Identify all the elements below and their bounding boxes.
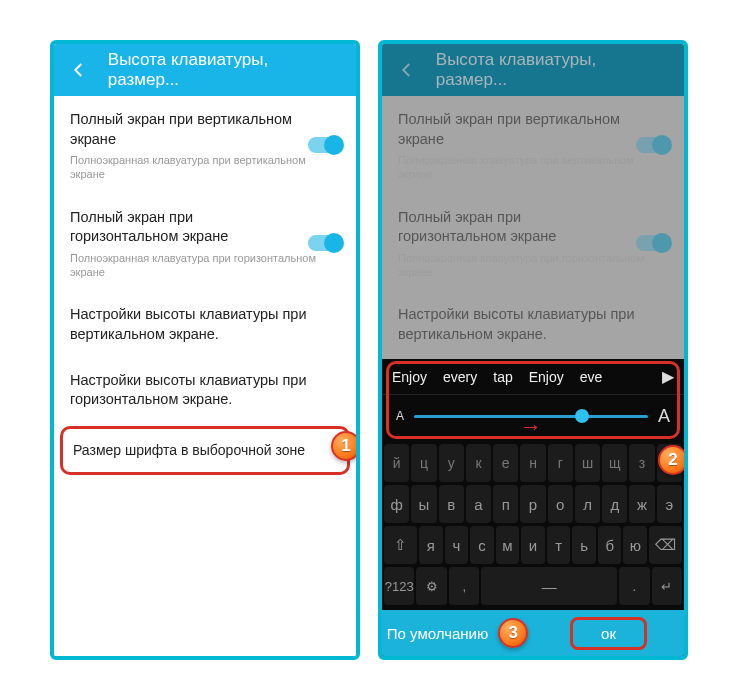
- back-arrow-icon[interactable]: [68, 59, 90, 81]
- ok-button-label: ок: [570, 617, 647, 650]
- toggle-switch-icon[interactable]: [308, 235, 342, 251]
- keyboard-row-4: ?123 ⚙ , — . ↵: [384, 567, 682, 605]
- setting-title: Настройки высоты клавиатуры при вертикал…: [70, 305, 340, 344]
- key[interactable]: о: [548, 485, 573, 523]
- key[interactable]: я: [419, 526, 443, 564]
- keyboard-overlay: Enjoy every tap Enjoy eve ▶ A → A 2: [382, 359, 684, 656]
- setting-title: Полный экран при вертикальном экране: [398, 110, 668, 149]
- header-title: Высота клавиатуры, размер...: [108, 50, 342, 90]
- key[interactable]: с: [470, 526, 494, 564]
- setting-fullscreen-landscape: Полный экран при горизонтальном экране П…: [382, 194, 684, 292]
- backspace-key[interactable]: ⌫: [649, 526, 682, 564]
- toggle-switch-icon: [636, 235, 670, 251]
- setting-subtitle: Полноэкранная клавуатура при горизонталь…: [398, 251, 668, 280]
- font-size-slider[interactable]: →: [414, 415, 648, 418]
- key[interactable]: е: [493, 444, 518, 482]
- key[interactable]: э: [657, 485, 682, 523]
- annotation-badge-1: 1: [331, 431, 356, 461]
- setting-title: Размер шрифта в выборочной зоне: [73, 441, 337, 460]
- key[interactable]: у: [439, 444, 464, 482]
- settings-list: Полный экран при вертикальном экране Пол…: [54, 96, 356, 656]
- keyboard-row-1: й ц у к е н г ш щ з х: [384, 444, 682, 482]
- default-button-label: По умолчанию: [387, 625, 488, 642]
- key[interactable]: ,: [449, 567, 480, 605]
- setting-fullscreen-portrait[interactable]: Полный экран при вертикальном экране Пол…: [54, 96, 356, 194]
- keyboard-row-3: ⇧ я ч с м и т ь б ю ⌫: [384, 526, 682, 564]
- space-key[interactable]: —: [481, 567, 617, 605]
- key[interactable]: а: [466, 485, 491, 523]
- phone-left: Высота клавиатуры, размер... Полный экра…: [50, 40, 360, 660]
- key[interactable]: щ: [602, 444, 627, 482]
- key[interactable]: ч: [445, 526, 469, 564]
- setting-subtitle: Полноэкранная клавуатура при вертикально…: [70, 153, 340, 182]
- key[interactable]: .: [619, 567, 650, 605]
- key[interactable]: ш: [575, 444, 600, 482]
- key[interactable]: ж: [629, 485, 654, 523]
- enter-key[interactable]: ↵: [652, 567, 683, 605]
- setting-title: Настройки высоты клавиатуры при вертикал…: [398, 305, 668, 344]
- toggle-switch-icon[interactable]: [308, 137, 342, 153]
- key[interactable]: и: [521, 526, 545, 564]
- shift-key[interactable]: ⇧: [384, 526, 417, 564]
- app-header: Высота клавиатуры, размер...: [54, 44, 356, 96]
- key[interactable]: р: [520, 485, 545, 523]
- key[interactable]: ь: [572, 526, 596, 564]
- setting-fullscreen-landscape[interactable]: Полный экран при горизонтальном экране П…: [54, 194, 356, 292]
- key[interactable]: м: [496, 526, 520, 564]
- setting-subtitle: Полноэкранная клавуатура при горизонталь…: [70, 251, 340, 280]
- bottom-bar: По умолчанию 3 ок: [382, 610, 684, 656]
- keyboard-keys: й ц у к е н г ш щ з х ф ы: [382, 437, 684, 610]
- annotation-badge-3: 3: [498, 618, 528, 648]
- key[interactable]: г: [548, 444, 573, 482]
- settings-key[interactable]: ⚙: [416, 567, 447, 605]
- arrow-right-icon: →: [520, 414, 542, 440]
- key[interactable]: ы: [411, 485, 436, 523]
- toggle-switch-icon: [636, 137, 670, 153]
- settings-list-dimmed: Полный экран при вертикальном экране Пол…: [382, 96, 684, 656]
- setting-title: Полный экран при горизонтальном экране: [398, 208, 668, 247]
- keyboard-row-2: ф ы в а п р о л д ж э: [384, 485, 682, 523]
- setting-fullscreen-portrait: Полный экран при вертикальном экране Пол…: [382, 96, 684, 194]
- key[interactable]: к: [466, 444, 491, 482]
- key[interactable]: ф: [384, 485, 409, 523]
- setting-height-landscape[interactable]: Настройки высоты клавиатуры при горизонт…: [54, 357, 356, 422]
- ok-button[interactable]: ок: [533, 610, 684, 656]
- setting-height-portrait[interactable]: Настройки высоты клавиатуры при вертикал…: [54, 291, 356, 356]
- back-arrow-icon[interactable]: [396, 59, 418, 81]
- header-title: Высота клавиатуры, размер...: [436, 50, 670, 90]
- key[interactable]: н: [520, 444, 545, 482]
- setting-title: Полный экран при вертикальном экране: [70, 110, 340, 149]
- phone-right: Высота клавиатуры, размер... Полный экра…: [378, 40, 688, 660]
- default-button[interactable]: По умолчанию 3: [382, 610, 533, 656]
- key[interactable]: ю: [623, 526, 647, 564]
- key[interactable]: в: [439, 485, 464, 523]
- setting-subtitle: Полноэкранная клавуатура при вертикально…: [398, 153, 668, 182]
- key[interactable]: л: [575, 485, 600, 523]
- key[interactable]: д: [602, 485, 627, 523]
- key[interactable]: п: [493, 485, 518, 523]
- key[interactable]: б: [598, 526, 622, 564]
- symbols-key[interactable]: ?123: [384, 567, 415, 605]
- app-header: Высота клавиатуры, размер...: [382, 44, 684, 96]
- key[interactable]: т: [547, 526, 571, 564]
- key[interactable]: з: [629, 444, 654, 482]
- key[interactable]: ц: [411, 444, 436, 482]
- setting-font-size-highlighted[interactable]: Размер шрифта в выборочной зоне 1: [60, 426, 350, 475]
- annotation-badge-2: 2: [658, 445, 684, 475]
- setting-height-portrait: Настройки высоты клавиатуры при вертикал…: [382, 291, 684, 356]
- setting-title: Полный экран при горизонтальном экране: [70, 208, 340, 247]
- setting-title: Настройки высоты клавиатуры при горизонт…: [70, 371, 340, 410]
- key[interactable]: й: [384, 444, 409, 482]
